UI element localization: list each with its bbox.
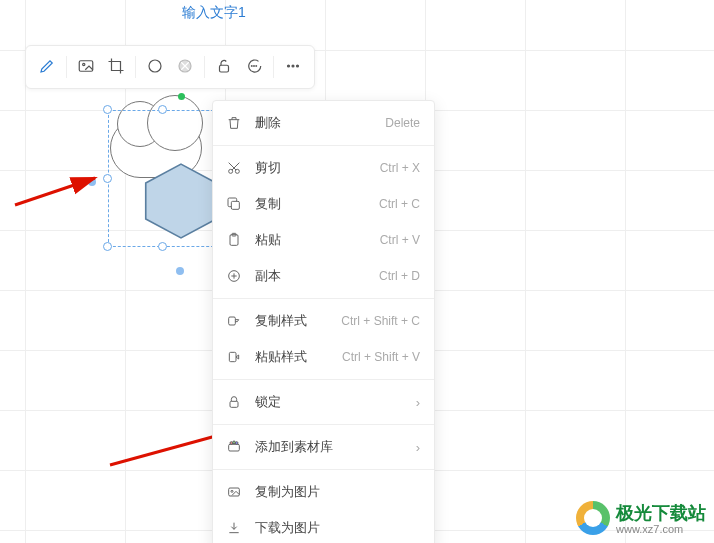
menu-label: 复制为图片 bbox=[255, 483, 420, 501]
menu-item-add-to-library[interactable]: 添加到素材库 › bbox=[213, 429, 434, 465]
more-button[interactable] bbox=[278, 52, 308, 82]
context-menu: 删除 Delete 剪切 Ctrl + X 复制 Ctrl + C 粘贴 Ctr… bbox=[212, 100, 435, 543]
pen-tool-button[interactable] bbox=[32, 52, 62, 82]
menu-label: 复制 bbox=[255, 195, 379, 213]
menu-separator bbox=[213, 424, 434, 425]
svg-rect-27 bbox=[229, 488, 240, 496]
toolbar-divider bbox=[66, 56, 67, 78]
menu-shortcut: Ctrl + V bbox=[380, 233, 420, 247]
menu-item-paste[interactable]: 粘贴 Ctrl + V bbox=[213, 222, 434, 258]
trash-icon bbox=[225, 114, 243, 132]
svg-rect-20 bbox=[229, 317, 236, 325]
resize-handle-n[interactable] bbox=[158, 105, 167, 114]
svg-point-7 bbox=[256, 65, 257, 66]
menu-item-duplicate[interactable]: 副本 Ctrl + D bbox=[213, 258, 434, 294]
comment-icon bbox=[245, 57, 263, 78]
menu-item-cut[interactable]: 剪切 Ctrl + X bbox=[213, 150, 434, 186]
connection-point-left[interactable] bbox=[88, 178, 96, 186]
menu-label: 添加到素材库 bbox=[255, 438, 416, 456]
copy-icon bbox=[225, 195, 243, 213]
resize-handle-nw[interactable] bbox=[103, 105, 112, 114]
watermark-title: 极光下载站 bbox=[616, 501, 706, 525]
menu-separator bbox=[213, 298, 434, 299]
menu-label: 下载为图片 bbox=[255, 519, 420, 537]
lock-icon bbox=[225, 393, 243, 411]
more-icon bbox=[284, 57, 302, 78]
menu-shortcut: Ctrl + X bbox=[380, 161, 420, 175]
svg-rect-4 bbox=[220, 65, 229, 72]
unlock-button[interactable] bbox=[209, 52, 239, 82]
circle-icon bbox=[146, 57, 164, 78]
svg-point-2 bbox=[149, 60, 161, 72]
menu-label: 剪切 bbox=[255, 159, 380, 177]
menu-label: 复制样式 bbox=[255, 312, 341, 330]
bounding-box bbox=[108, 110, 219, 247]
svg-rect-22 bbox=[230, 401, 238, 407]
svg-point-8 bbox=[288, 65, 290, 67]
chevron-right-icon: › bbox=[416, 440, 420, 455]
watermark: 极光下载站 www.xz7.com bbox=[576, 501, 706, 535]
cut-icon bbox=[225, 159, 243, 177]
unlock-icon bbox=[215, 57, 233, 78]
menu-item-lock[interactable]: 锁定 › bbox=[213, 384, 434, 420]
menu-shortcut: Ctrl + D bbox=[379, 269, 420, 283]
rotate-handle[interactable] bbox=[178, 93, 185, 100]
comment-button[interactable] bbox=[239, 52, 269, 82]
toolbar-divider bbox=[135, 56, 136, 78]
menu-shortcut: Ctrl + C bbox=[379, 197, 420, 211]
menu-item-paste-style[interactable]: 粘贴样式 Ctrl + Shift + V bbox=[213, 339, 434, 375]
resize-handle-w[interactable] bbox=[103, 174, 112, 183]
copy-style-icon bbox=[225, 312, 243, 330]
floating-toolbar bbox=[25, 45, 315, 89]
selected-shape-group[interactable] bbox=[108, 110, 223, 250]
svg-point-26 bbox=[235, 442, 238, 445]
menu-item-copy-style[interactable]: 复制样式 Ctrl + Shift + C bbox=[213, 303, 434, 339]
svg-point-10 bbox=[297, 65, 299, 67]
connection-point-bottom[interactable] bbox=[176, 267, 184, 275]
library-icon bbox=[225, 438, 243, 456]
menu-item-delete[interactable]: 删除 Delete bbox=[213, 105, 434, 141]
pen-icon bbox=[38, 57, 56, 78]
svg-point-28 bbox=[231, 490, 233, 492]
texture-icon bbox=[176, 57, 194, 78]
menu-item-copy-as-image[interactable]: 复制为图片 bbox=[213, 474, 434, 510]
duplicate-icon bbox=[225, 267, 243, 285]
image-button[interactable] bbox=[71, 52, 101, 82]
toolbar-divider bbox=[273, 56, 274, 78]
menu-separator bbox=[213, 379, 434, 380]
crop-button[interactable] bbox=[101, 52, 131, 82]
menu-shortcut: Ctrl + Shift + V bbox=[342, 350, 420, 364]
paste-icon bbox=[225, 231, 243, 249]
crop-icon bbox=[107, 57, 125, 78]
copy-image-icon bbox=[225, 483, 243, 501]
svg-point-6 bbox=[254, 65, 255, 66]
circle-button[interactable] bbox=[140, 52, 170, 82]
menu-item-copy[interactable]: 复制 Ctrl + C bbox=[213, 186, 434, 222]
svg-rect-16 bbox=[231, 201, 239, 209]
menu-label: 删除 bbox=[255, 114, 385, 132]
image-icon bbox=[77, 57, 95, 78]
svg-rect-21 bbox=[229, 352, 236, 361]
toolbar-divider bbox=[204, 56, 205, 78]
svg-point-1 bbox=[83, 63, 85, 65]
svg-point-5 bbox=[251, 65, 252, 66]
resize-handle-sw[interactable] bbox=[103, 242, 112, 251]
menu-separator bbox=[213, 469, 434, 470]
menu-shortcut: Ctrl + Shift + C bbox=[341, 314, 420, 328]
menu-separator bbox=[213, 145, 434, 146]
menu-label: 锁定 bbox=[255, 393, 416, 411]
paste-style-icon bbox=[225, 348, 243, 366]
chevron-right-icon: › bbox=[416, 395, 420, 410]
menu-item-download-as-image[interactable]: 下载为图片 bbox=[213, 510, 434, 543]
svg-rect-23 bbox=[229, 444, 240, 451]
menu-label: 副本 bbox=[255, 267, 379, 285]
texture-button[interactable] bbox=[170, 52, 200, 82]
menu-label: 粘贴 bbox=[255, 231, 380, 249]
svg-point-9 bbox=[292, 65, 294, 67]
placeholder-text[interactable]: 输入文字1 bbox=[182, 4, 246, 22]
menu-label: 粘贴样式 bbox=[255, 348, 342, 366]
download-icon bbox=[225, 519, 243, 537]
menu-shortcut: Delete bbox=[385, 116, 420, 130]
resize-handle-s[interactable] bbox=[158, 242, 167, 251]
watermark-logo-icon bbox=[576, 501, 610, 535]
